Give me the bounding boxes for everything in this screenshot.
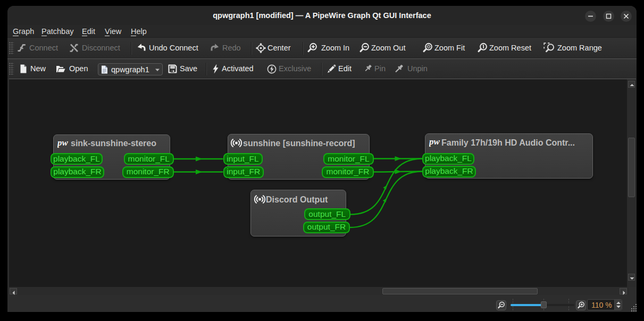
svg-text:pw: pw	[57, 138, 69, 148]
svg-text:pw: pw	[429, 137, 440, 147]
